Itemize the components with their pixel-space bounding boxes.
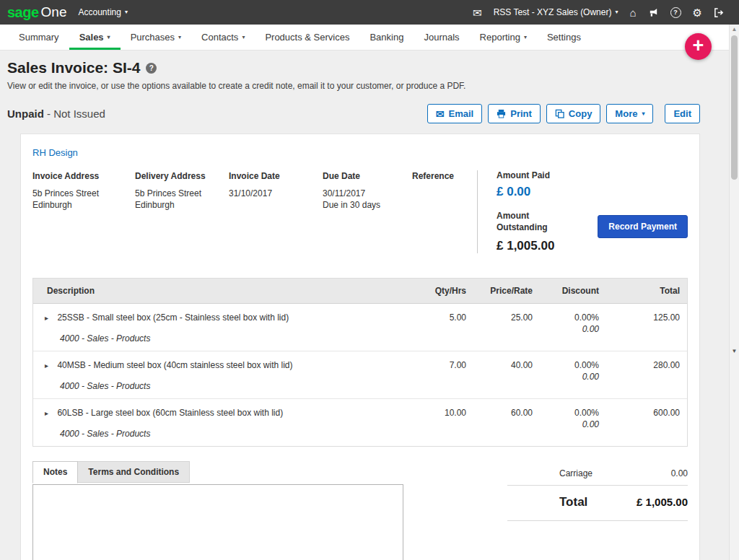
invoice-address-line2: Edinburgh: [32, 200, 72, 210]
logout-icon[interactable]: [714, 7, 725, 18]
chevron-down-icon: ▾: [242, 34, 245, 40]
scrollbar-thumb[interactable]: [731, 35, 738, 180]
nav-sales[interactable]: Sales ▾: [69, 25, 121, 50]
page-title: Sales Invoice: SI-4: [7, 59, 140, 76]
amount-paid-label: Amount Paid: [497, 170, 688, 180]
invoice-date-value: 31/10/2017: [229, 188, 272, 198]
total-value: £ 1,005.00: [637, 496, 688, 508]
nav-banking[interactable]: Banking: [359, 25, 414, 50]
line-qty: 10.00: [408, 408, 473, 439]
product-label: Accounting: [79, 7, 121, 17]
delivery-address-line1: 5b Princes Street: [135, 188, 201, 198]
print-button[interactable]: Print: [488, 104, 541, 123]
main-nav: Summary Sales ▾ Purchases ▾ Contacts ▾ P…: [0, 25, 739, 51]
table-row[interactable]: ▸ 60LSB - Large steel box (60cm Stainles…: [33, 399, 687, 446]
invoice-address: Invoice Address 5b Princes Street Edinbu…: [32, 170, 135, 253]
chevron-down-icon: ▾: [642, 111, 644, 117]
invoice-address-label: Invoice Address: [32, 170, 135, 182]
expand-row-icon[interactable]: ▸: [45, 314, 48, 322]
line-description: 40MSB - Medium steel box (40cm stainless…: [57, 360, 292, 370]
envelope-icon: ✉: [436, 108, 445, 120]
reference-label: Reference: [412, 170, 477, 182]
nav-label: Sales: [79, 32, 104, 43]
line-total: 125.00: [606, 312, 687, 344]
amounts-panel: Amount Paid £ 0.00 Amount Outstanding £ …: [477, 170, 688, 253]
line-ledger: 4000 - Sales - Products: [45, 333, 401, 344]
customer-link[interactable]: RH Design: [21, 134, 89, 158]
chevron-down-icon: ▾: [178, 34, 181, 40]
scroll-down-icon[interactable]: ▼: [730, 348, 739, 354]
amount-outstanding-value: £ 1,005.00: [497, 239, 563, 253]
page-help-icon[interactable]: ?: [146, 63, 157, 74]
line-ledger: 4000 - Sales - Products: [45, 429, 401, 439]
product-switcher[interactable]: Accounting ▾: [79, 7, 128, 17]
nav-summary[interactable]: Summary: [9, 25, 69, 50]
table-row[interactable]: ▸ 40MSB - Medium steel box (40cm stainle…: [33, 351, 687, 399]
due-date-value: 30/11/2017: [323, 188, 365, 198]
expand-row-icon[interactable]: ▸: [45, 362, 48, 369]
edit-button[interactable]: Edit: [665, 104, 700, 123]
quick-add-button[interactable]: +: [685, 33, 712, 60]
nav-journals[interactable]: Journals: [414, 25, 469, 50]
carriage-label: Carriage: [507, 468, 592, 478]
email-button[interactable]: ✉ Email: [427, 104, 482, 123]
chevron-down-icon: ▾: [125, 9, 128, 15]
more-button[interactable]: More ▾: [606, 104, 653, 123]
gear-icon[interactable]: ⚙: [693, 7, 702, 18]
due-date-label: Due Date: [323, 170, 412, 182]
table-row[interactable]: ▸ 25SSB - Small steel box (25cm - Stainl…: [33, 304, 687, 351]
header-qty: Qty/Hrs: [408, 279, 473, 303]
line-discount-pct: 0.00%: [547, 312, 599, 323]
notes-input[interactable]: [32, 484, 403, 560]
line-price: 60.00: [473, 408, 540, 439]
nav-label: Purchases: [131, 32, 175, 43]
invoice-date-label: Invoice Date: [229, 170, 323, 182]
line-discount-pct: 0.00%: [547, 360, 599, 370]
nav-products-services[interactable]: Products & Services: [255, 25, 359, 50]
nav-settings[interactable]: Settings: [537, 25, 591, 50]
tab-notes[interactable]: Notes: [32, 461, 78, 484]
line-discount-pct: 0.00%: [547, 408, 599, 418]
line-discount-amt: 0.00: [547, 419, 599, 429]
reference: Reference: [412, 170, 477, 253]
scroll-up-icon[interactable]: ▲: [730, 26, 739, 32]
account-menu[interactable]: RSS Test - XYZ Sales (Owner) ▾: [494, 7, 618, 17]
nav-label: Products & Services: [265, 32, 349, 43]
nav-label: Summary: [19, 32, 59, 43]
delivery-address-line2: Edinburgh: [135, 200, 175, 210]
invoice-info: Invoice Address 5b Princes Street Edinbu…: [21, 159, 699, 261]
nav-label: Contacts: [201, 32, 238, 43]
line-items-table: Description Qty/Hrs Price/Rate Discount …: [32, 278, 688, 447]
nav-reporting[interactable]: Reporting ▾: [470, 25, 537, 50]
expand-row-icon[interactable]: ▸: [45, 409, 48, 417]
print-label: Print: [510, 108, 532, 119]
nav-label: Reporting: [480, 32, 520, 43]
record-payment-button[interactable]: Record Payment: [598, 215, 688, 238]
copy-label: Copy: [569, 108, 592, 119]
delivery-address: Delivery Address 5b Princes Street Edinb…: [135, 170, 229, 253]
account-name: RSS Test - XYZ Sales (Owner): [494, 7, 612, 17]
header-description: Description: [33, 279, 408, 303]
line-ledger: 4000 - Sales - Products: [45, 381, 401, 391]
line-qty: 5.00: [408, 312, 473, 344]
nav-purchases[interactable]: Purchases ▾: [121, 25, 191, 50]
help-icon[interactable]: ?: [670, 7, 681, 18]
printer-icon: [497, 109, 506, 118]
announcements-icon[interactable]: [648, 7, 659, 18]
chevron-down-icon: ▾: [615, 9, 618, 15]
invoice-status: Unpaid - Not Issued: [7, 108, 105, 120]
messages-icon[interactable]: ✉: [473, 7, 482, 18]
copy-button[interactable]: Copy: [546, 104, 601, 123]
nav-contacts[interactable]: Contacts ▾: [191, 25, 255, 50]
line-description: 25SSB - Small steel box (25cm - Stainles…: [57, 312, 289, 323]
nav-label: Journals: [424, 32, 459, 43]
scrollbar[interactable]: ▲ ▼: [729, 25, 739, 560]
sage-logo: sage: [7, 4, 39, 21]
header-price: Price/Rate: [473, 279, 540, 303]
due-date: Due Date 30/11/2017 Due in 30 days: [323, 170, 412, 253]
home-icon[interactable]: ⌂: [629, 7, 636, 18]
tab-terms-and-conditions[interactable]: Terms and Conditions: [78, 461, 190, 483]
table-header-row: Description Qty/Hrs Price/Rate Discount …: [33, 279, 687, 304]
due-date-note: Due in 30 days: [323, 200, 380, 210]
line-price: 25.00: [473, 312, 540, 344]
